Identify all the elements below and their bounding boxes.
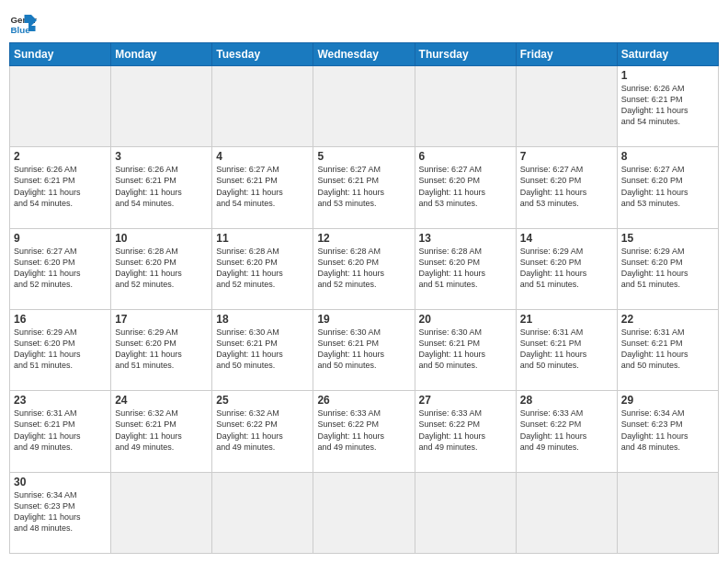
calendar-cell: 15Sunrise: 6:29 AMSunset: 6:20 PMDayligh… (617, 228, 718, 309)
calendar-cell: 22Sunrise: 6:31 AMSunset: 6:21 PMDayligh… (617, 309, 718, 390)
day-info: Sunrise: 6:27 AMSunset: 6:20 PMDaylight:… (520, 164, 613, 209)
weekday-header-wednesday: Wednesday (313, 43, 415, 66)
calendar-cell (617, 472, 718, 553)
weekday-header-row: SundayMondayTuesdayWednesdayThursdayFrid… (10, 43, 719, 66)
calendar-cell: 3Sunrise: 6:26 AMSunset: 6:21 PMDaylight… (111, 147, 212, 228)
day-number: 25 (216, 394, 309, 407)
calendar-cell: 1Sunrise: 6:26 AMSunset: 6:21 PMDaylight… (617, 66, 718, 147)
calendar-week-row: 23Sunrise: 6:31 AMSunset: 6:21 PMDayligh… (10, 391, 719, 472)
calendar-cell: 30Sunrise: 6:34 AMSunset: 6:23 PMDayligh… (10, 472, 111, 553)
calendar-cell: 7Sunrise: 6:27 AMSunset: 6:20 PMDaylight… (516, 147, 617, 228)
calendar-cell: 25Sunrise: 6:32 AMSunset: 6:22 PMDayligh… (212, 391, 313, 472)
day-number: 21 (520, 313, 613, 326)
day-number: 24 (115, 394, 208, 407)
logo: General Blue (9, 9, 37, 37)
day-info: Sunrise: 6:31 AMSunset: 6:21 PMDaylight:… (520, 327, 613, 372)
calendar-cell (516, 66, 617, 147)
calendar-cell (516, 472, 617, 553)
day-info: Sunrise: 6:30 AMSunset: 6:21 PMDaylight:… (419, 327, 512, 372)
day-number: 11 (216, 232, 309, 245)
calendar-cell (212, 66, 313, 147)
calendar-cell: 29Sunrise: 6:34 AMSunset: 6:23 PMDayligh… (617, 391, 718, 472)
weekday-header-tuesday: Tuesday (212, 43, 313, 66)
day-info: Sunrise: 6:29 AMSunset: 6:20 PMDaylight:… (621, 246, 714, 291)
day-number: 13 (419, 232, 512, 245)
day-number: 17 (115, 313, 208, 326)
calendar-cell: 27Sunrise: 6:33 AMSunset: 6:22 PMDayligh… (415, 391, 516, 472)
day-info: Sunrise: 6:27 AMSunset: 6:21 PMDaylight:… (317, 164, 410, 209)
day-info: Sunrise: 6:28 AMSunset: 6:20 PMDaylight:… (216, 246, 309, 291)
day-info: Sunrise: 6:28 AMSunset: 6:20 PMDaylight:… (419, 246, 512, 291)
day-info: Sunrise: 6:32 AMSunset: 6:21 PMDaylight:… (115, 408, 208, 453)
day-number: 30 (14, 476, 107, 488)
day-number: 22 (621, 313, 714, 326)
calendar-cell: 4Sunrise: 6:27 AMSunset: 6:21 PMDaylight… (212, 147, 313, 228)
calendar-cell: 8Sunrise: 6:27 AMSunset: 6:20 PMDaylight… (617, 147, 718, 228)
day-number: 10 (115, 232, 208, 245)
calendar-cell: 28Sunrise: 6:33 AMSunset: 6:22 PMDayligh… (516, 391, 617, 472)
calendar-cell (111, 66, 212, 147)
day-number: 15 (621, 232, 714, 245)
day-number: 19 (317, 313, 410, 326)
day-number: 27 (419, 394, 512, 407)
svg-text:Blue: Blue (11, 25, 31, 35)
day-number: 20 (419, 313, 512, 326)
calendar-cell (313, 66, 415, 147)
day-number: 12 (317, 232, 410, 245)
day-info: Sunrise: 6:31 AMSunset: 6:21 PMDaylight:… (621, 327, 714, 372)
calendar-cell: 23Sunrise: 6:31 AMSunset: 6:21 PMDayligh… (10, 391, 111, 472)
calendar-cell: 19Sunrise: 6:30 AMSunset: 6:21 PMDayligh… (313, 309, 415, 390)
calendar-cell: 26Sunrise: 6:33 AMSunset: 6:22 PMDayligh… (313, 391, 415, 472)
day-info: Sunrise: 6:29 AMSunset: 6:20 PMDaylight:… (115, 327, 208, 372)
weekday-header-saturday: Saturday (617, 43, 718, 66)
day-number: 28 (520, 394, 613, 407)
calendar-cell: 14Sunrise: 6:29 AMSunset: 6:20 PMDayligh… (516, 228, 617, 309)
calendar-cell: 18Sunrise: 6:30 AMSunset: 6:21 PMDayligh… (212, 309, 313, 390)
day-info: Sunrise: 6:30 AMSunset: 6:21 PMDaylight:… (317, 327, 410, 372)
logo-icon: General Blue (9, 9, 37, 37)
calendar-cell: 10Sunrise: 6:28 AMSunset: 6:20 PMDayligh… (111, 228, 212, 309)
day-number: 2 (14, 150, 107, 163)
day-info: Sunrise: 6:33 AMSunset: 6:22 PMDaylight:… (419, 408, 512, 453)
calendar-cell: 9Sunrise: 6:27 AMSunset: 6:20 PMDaylight… (10, 228, 111, 309)
day-number: 8 (621, 150, 714, 163)
day-info: Sunrise: 6:27 AMSunset: 6:20 PMDaylight:… (14, 246, 107, 291)
calendar-cell: 24Sunrise: 6:32 AMSunset: 6:21 PMDayligh… (111, 391, 212, 472)
day-number: 6 (419, 150, 512, 163)
day-info: Sunrise: 6:26 AMSunset: 6:21 PMDaylight:… (14, 164, 107, 209)
day-number: 7 (520, 150, 613, 163)
calendar-cell (313, 472, 415, 553)
day-info: Sunrise: 6:27 AMSunset: 6:21 PMDaylight:… (216, 164, 309, 209)
weekday-header-sunday: Sunday (10, 43, 111, 66)
calendar-cell: 2Sunrise: 6:26 AMSunset: 6:21 PMDaylight… (10, 147, 111, 228)
calendar-cell: 6Sunrise: 6:27 AMSunset: 6:20 PMDaylight… (415, 147, 516, 228)
day-info: Sunrise: 6:30 AMSunset: 6:21 PMDaylight:… (216, 327, 309, 372)
day-number: 4 (216, 150, 309, 163)
day-number: 26 (317, 394, 410, 407)
day-info: Sunrise: 6:31 AMSunset: 6:21 PMDaylight:… (14, 408, 107, 453)
day-info: Sunrise: 6:33 AMSunset: 6:22 PMDaylight:… (520, 408, 613, 453)
weekday-header-monday: Monday (111, 43, 212, 66)
day-number: 18 (216, 313, 309, 326)
day-number: 5 (317, 150, 410, 163)
day-info: Sunrise: 6:32 AMSunset: 6:22 PMDaylight:… (216, 408, 309, 453)
calendar-cell (212, 472, 313, 553)
calendar-table: SundayMondayTuesdayWednesdayThursdayFrid… (9, 42, 719, 554)
day-info: Sunrise: 6:26 AMSunset: 6:21 PMDaylight:… (115, 164, 208, 209)
day-info: Sunrise: 6:28 AMSunset: 6:20 PMDaylight:… (115, 246, 208, 291)
calendar-cell: 5Sunrise: 6:27 AMSunset: 6:21 PMDaylight… (313, 147, 415, 228)
calendar-cell: 16Sunrise: 6:29 AMSunset: 6:20 PMDayligh… (10, 309, 111, 390)
day-info: Sunrise: 6:29 AMSunset: 6:20 PMDaylight:… (14, 327, 107, 372)
day-number: 16 (14, 313, 107, 326)
day-number: 9 (14, 232, 107, 245)
header: General Blue (9, 9, 719, 37)
day-info: Sunrise: 6:29 AMSunset: 6:20 PMDaylight:… (520, 246, 613, 291)
weekday-header-friday: Friday (516, 43, 617, 66)
day-info: Sunrise: 6:27 AMSunset: 6:20 PMDaylight:… (621, 164, 714, 209)
day-number: 14 (520, 232, 613, 245)
calendar-cell (415, 66, 516, 147)
day-number: 29 (621, 394, 714, 407)
day-info: Sunrise: 6:27 AMSunset: 6:20 PMDaylight:… (419, 164, 512, 209)
day-info: Sunrise: 6:26 AMSunset: 6:21 PMDaylight:… (621, 83, 714, 128)
calendar-cell (111, 472, 212, 553)
